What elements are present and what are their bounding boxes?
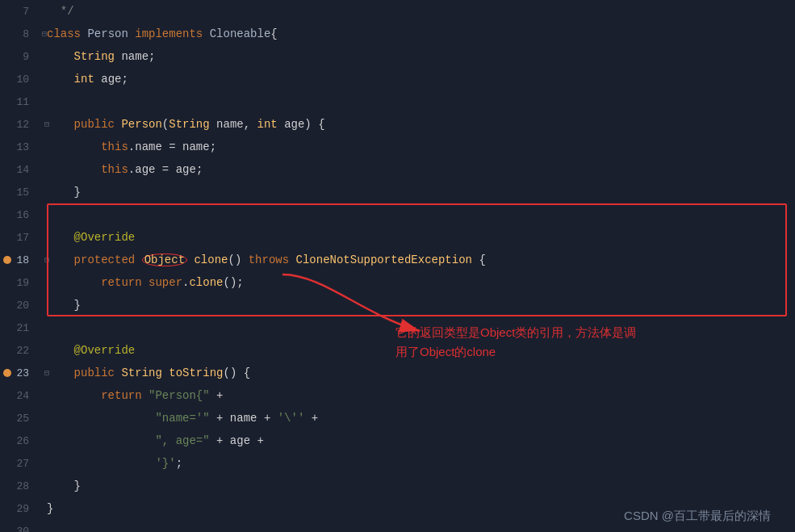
code-line-23: 23 ⊟ public String toString() {: [0, 362, 795, 384]
line-number-17: 17: [0, 232, 40, 244]
line-content-23: public String toString() {: [40, 362, 795, 384]
line-content-8: class Person implements Cloneable{: [40, 23, 795, 45]
code-line-22: 22 @Override: [0, 339, 795, 362]
code-line-9: 9 String name;: [0, 45, 795, 68]
code-line-21: 21: [0, 316, 795, 339]
line-number-7: 7: [0, 6, 40, 18]
line-content-27: '}';: [40, 452, 795, 475]
code-line-13: 13 this.name = name;: [0, 136, 795, 158]
code-editor: 7 */ 8 ⊟ class Person implements Cloneab…: [0, 0, 795, 532]
code-line-24: 24 return "Person{" +: [0, 384, 795, 407]
line-content-15: }: [40, 181, 795, 203]
code-line-12: 12 ⊟ public Person(String name, int age)…: [0, 113, 795, 136]
line-number-8: 8: [0, 28, 40, 40]
line-content-9: String name;: [40, 45, 795, 68]
line-number-20: 20: [0, 300, 40, 312]
line-content-7: */: [40, 0, 795, 23]
code-line-14: 14 this.age = age;: [0, 158, 795, 181]
fold-icon-12[interactable]: ⊟: [44, 119, 49, 129]
line-number-14: 14: [0, 164, 40, 176]
line-content-18: protected Object clone() throws CloneNot…: [40, 249, 795, 271]
line-number-22: 22: [0, 345, 40, 357]
code-line-15: 15 }: [0, 181, 795, 203]
line-content-17: @Override: [40, 226, 795, 249]
line-content-19: return super.clone();: [40, 271, 795, 294]
line-number-12: 12: [0, 119, 40, 131]
code-line-19: 19 return super.clone();: [0, 271, 795, 294]
watermark: CSDN @百工带最后的深情: [624, 509, 771, 524]
line-number-16: 16: [0, 209, 40, 221]
line-content-16: [40, 203, 795, 226]
fold-icon-18[interactable]: ⊟: [44, 255, 49, 265]
line-number-26: 26: [0, 435, 40, 447]
code-line-20: 20 }: [0, 294, 795, 316]
line-number-27: 27: [0, 458, 40, 470]
code-line-27: 27 '}';: [0, 452, 795, 475]
line-content-14: this.age = age;: [40, 158, 795, 181]
line-content-10: int age;: [40, 68, 795, 90]
code-line-25: 25 "name='" + name + '\'' +: [0, 407, 795, 429]
line-content-28: }: [40, 475, 795, 497]
line-content-13: this.name = name;: [40, 136, 795, 158]
line-content-21: [40, 316, 795, 339]
fold-icon-8[interactable]: ⊟: [42, 29, 47, 39]
code-line-17: 17 @Override: [0, 226, 795, 249]
code-area: 7 */ 8 ⊟ class Person implements Cloneab…: [0, 0, 795, 532]
line-number-29: 29: [0, 503, 40, 515]
code-line-18: 18 ⊟ protected Object clone() throws Clo…: [0, 249, 795, 271]
line-content-11: [40, 90, 795, 113]
line-number-24: 24: [0, 390, 40, 402]
line-content-20: }: [40, 294, 795, 316]
line-content-25: "name='" + name + '\'' +: [40, 407, 795, 429]
line-number-13: 13: [0, 141, 40, 153]
code-line-7: 7 */: [0, 0, 795, 23]
line-number-30: 30: [0, 526, 40, 533]
code-line-11: 11: [0, 90, 795, 113]
line-number-28: 28: [0, 480, 40, 492]
line-number-18: 18: [0, 254, 40, 266]
line-content-12: public Person(String name, int age) {: [40, 113, 795, 136]
line-number-11: 11: [0, 96, 40, 108]
code-line-26: 26 ", age=" + age +: [0, 429, 795, 452]
code-line-10: 10 int age;: [0, 68, 795, 90]
line-number-19: 19: [0, 277, 40, 289]
line-content-26: ", age=" + age +: [40, 429, 795, 452]
line-number-25: 25: [0, 413, 40, 425]
line-number-23: 23: [0, 367, 40, 379]
line-content-22: @Override: [40, 339, 795, 362]
code-line-16: 16: [0, 203, 795, 226]
line-number-10: 10: [0, 73, 40, 86]
fold-icon-23[interactable]: ⊟: [44, 368, 49, 378]
line-number-15: 15: [0, 186, 40, 199]
line-number-9: 9: [0, 51, 40, 63]
line-content-24: return "Person{" +: [40, 384, 795, 407]
line-number-21: 21: [0, 322, 40, 334]
code-line-28: 28 }: [0, 475, 795, 497]
code-line-8: 8 ⊟ class Person implements Cloneable{: [0, 23, 795, 45]
